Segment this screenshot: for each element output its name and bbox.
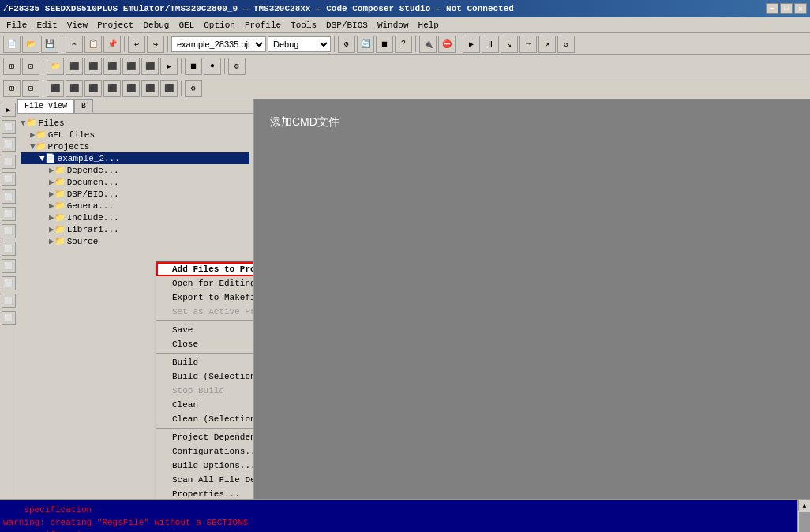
- ctx-build-options[interactable]: Build Options...: [156, 459, 253, 473]
- ctx-proj-depend[interactable]: Project Dependencies...: [156, 430, 253, 444]
- halt-btn[interactable]: ⏸: [482, 36, 499, 53]
- sidebar-icon-1[interactable]: ⬜: [2, 120, 16, 134]
- tb2-btn7[interactable]: ⬛: [122, 58, 140, 75]
- sidebar-icon-8[interactable]: ⬜: [2, 242, 16, 256]
- tree-documen[interactable]: ▶ 📁 Documen...: [21, 176, 249, 188]
- scroll-thumb[interactable]: [799, 512, 810, 532]
- menu-file[interactable]: File: [2, 19, 32, 32]
- menu-profile[interactable]: Profile: [240, 19, 286, 32]
- scroll-up-btn[interactable]: ▲: [798, 499, 810, 511]
- menu-option[interactable]: Option: [199, 19, 240, 32]
- tb2-btn2[interactable]: ⊡: [22, 58, 39, 75]
- tree-include[interactable]: ▶ 📁 Include...: [21, 212, 249, 223]
- ctx-save[interactable]: Save: [156, 323, 253, 337]
- sidebar-icon-9[interactable]: ⬜: [2, 259, 16, 273]
- ctx-open-editing[interactable]: Open for Editing: [156, 276, 253, 290]
- tb3-btn9[interactable]: ⬛: [160, 80, 178, 97]
- tree-projects[interactable]: ▼ 📁 Projects: [21, 140, 249, 152]
- run-btn[interactable]: ▶: [463, 36, 480, 53]
- tree-gel-files[interactable]: ▶ 📁 GEL files: [21, 129, 249, 140]
- close-button[interactable]: ✕: [794, 3, 807, 14]
- maximize-button[interactable]: □: [780, 3, 793, 14]
- tb3-btn3[interactable]: ⬛: [47, 80, 64, 97]
- tb3-btn8[interactable]: ⬛: [141, 80, 159, 97]
- ctx-build[interactable]: Build: [156, 355, 253, 369]
- build-btn[interactable]: ⚙: [338, 36, 355, 53]
- tree-files[interactable]: ▼ 📁 Files: [21, 117, 249, 129]
- redo-btn[interactable]: ↪: [147, 36, 164, 53]
- menu-gel[interactable]: GEL: [174, 19, 199, 32]
- new-btn[interactable]: 📄: [3, 36, 21, 53]
- disconnect-btn[interactable]: ⛔: [438, 36, 456, 53]
- sidebar-icon-5[interactable]: ⬜: [2, 189, 16, 204]
- connect-btn[interactable]: 🔌: [419, 36, 437, 53]
- help-icon-btn[interactable]: ?: [395, 36, 412, 53]
- tb3-btn6[interactable]: ⬛: [103, 80, 121, 97]
- step-out-btn[interactable]: ↗: [538, 36, 556, 53]
- tree-dspbio[interactable]: ▶ 📁 DSP/BIO...: [21, 188, 249, 200]
- tree-genera[interactable]: ▶ 📁 Genera...: [21, 200, 249, 212]
- project-combo[interactable]: example_28335.pjt: [171, 36, 266, 52]
- menu-window[interactable]: Window: [373, 19, 414, 32]
- menu-help[interactable]: Help: [414, 19, 444, 32]
- sidebar-icon-3[interactable]: ⬜: [2, 155, 16, 169]
- tb2-btn1[interactable]: ⊞: [3, 58, 21, 75]
- ctx-clean[interactable]: Clean: [156, 398, 253, 412]
- menu-debug[interactable]: Debug: [138, 19, 174, 32]
- ctx-properties[interactable]: Properties...: [156, 487, 253, 499]
- step-over-btn[interactable]: →: [519, 36, 537, 53]
- tree-depend[interactable]: ▶ 📁 Depende...: [21, 164, 249, 176]
- open-btn[interactable]: 📂: [22, 36, 39, 53]
- tb3-btn7[interactable]: ⬛: [122, 80, 140, 97]
- tb2-btn4[interactable]: ⬛: [66, 58, 83, 75]
- menu-project[interactable]: Project: [92, 19, 138, 32]
- minimize-button[interactable]: —: [766, 3, 778, 14]
- ctx-scan-deps[interactable]: Scan All File Dependencies: [156, 473, 253, 487]
- tb3-btn10[interactable]: ⚙: [185, 80, 202, 97]
- tb2-btn5[interactable]: ⬛: [84, 58, 102, 75]
- sidebar-icon-2[interactable]: ⬜: [2, 137, 16, 152]
- copy-btn[interactable]: 📋: [84, 36, 102, 53]
- sidebar-icon-10[interactable]: ⬜: [2, 276, 16, 290]
- tb3-btn4[interactable]: ⬛: [66, 80, 83, 97]
- config-combo[interactable]: Debug: [268, 36, 331, 52]
- menu-view[interactable]: View: [62, 19, 92, 32]
- step-in-btn[interactable]: ↘: [501, 36, 518, 53]
- sidebar-icon-12[interactable]: ⬜: [2, 311, 16, 325]
- sidebar-icon-6[interactable]: ⬜: [2, 207, 16, 221]
- menu-tools[interactable]: Tools: [286, 19, 321, 32]
- undo-btn[interactable]: ↩: [128, 36, 145, 53]
- tb2-gear[interactable]: ⚙: [228, 58, 246, 75]
- file-view-tab[interactable]: File View: [17, 99, 74, 113]
- tree-source[interactable]: ▶ 📁 Source: [21, 235, 249, 247]
- sidebar-icon-4[interactable]: ⬜: [2, 172, 16, 186]
- menu-dspbios[interactable]: DSP/BIOS: [321, 19, 373, 32]
- tb3-btn1[interactable]: ⊞: [3, 80, 21, 97]
- build-tab[interactable]: B: [74, 99, 93, 113]
- cut-btn[interactable]: ✂: [66, 36, 83, 53]
- tb2-btn6[interactable]: ⬛: [103, 58, 121, 75]
- sidebar-icon-0[interactable]: ▶: [2, 103, 16, 117]
- tb3-btn5[interactable]: ⬛: [84, 80, 102, 97]
- reset-btn[interactable]: ↺: [557, 36, 575, 53]
- ctx-export-makefile[interactable]: Export to Makefile...: [156, 290, 253, 305]
- tb3-btn2[interactable]: ⊡: [22, 80, 39, 97]
- ctx-clean-selection[interactable]: Clean (Selection only): [156, 412, 253, 426]
- ctx-build-selection[interactable]: Build (Selection only): [156, 369, 253, 384]
- sidebar-icon-7[interactable]: ⬜: [2, 224, 16, 238]
- tree-librari[interactable]: ▶ 📁 Librari...: [21, 223, 249, 235]
- tb2-btn8[interactable]: ⬛: [141, 58, 159, 75]
- menu-edit[interactable]: Edit: [32, 19, 62, 32]
- save-btn[interactable]: 💾: [41, 36, 58, 53]
- rebuild-btn[interactable]: 🔄: [357, 36, 374, 53]
- ctx-configurations[interactable]: Configurations...: [156, 444, 253, 459]
- ctx-close[interactable]: Close: [156, 337, 253, 351]
- tb2-btn10[interactable]: ⏹: [185, 58, 202, 75]
- tree-example[interactable]: ▼ 📄 example_2...: [21, 152, 249, 164]
- tb2-btn9[interactable]: ▶: [160, 58, 178, 75]
- stop-btn[interactable]: ⏹: [376, 36, 393, 53]
- tb2-btn3[interactable]: 📁: [47, 58, 64, 75]
- paste-btn[interactable]: 📌: [103, 36, 121, 53]
- tb2-btn11[interactable]: ●: [204, 58, 221, 75]
- ctx-add-files[interactable]: Add Files to Project...: [156, 262, 253, 276]
